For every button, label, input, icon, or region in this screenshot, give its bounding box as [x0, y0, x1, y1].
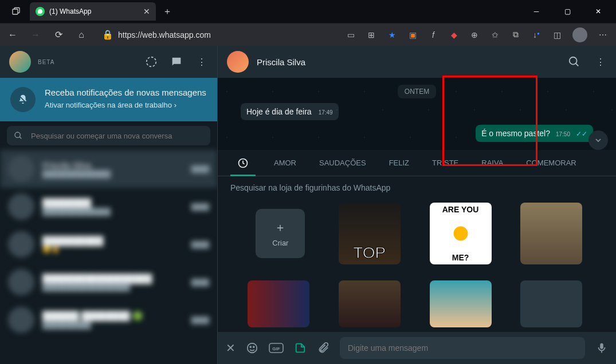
extensions-icon[interactable]: ⊕ [469, 30, 480, 40]
gif-icon[interactable]: GIF [269, 343, 284, 353]
browser-tab[interactable]: (1) WhatsApp ✕ [30, 2, 156, 21]
sticker-item[interactable] [430, 280, 492, 327]
sticker-tab[interactable]: COMEMORAR [526, 159, 576, 167]
sticker-tab[interactable]: FELIZ [389, 159, 409, 167]
svg-point-1 [147, 57, 156, 67]
sticker-category-tabs: AMOR SAUDAÇÕES FELIZ TRISTE RAIVA COMEMO… [218, 150, 616, 176]
status-icon[interactable] [145, 56, 158, 68]
downloads-icon[interactable]: ↓● [531, 30, 542, 40]
chat-list-item[interactable]: ██████████😊👋████ [0, 225, 217, 263]
favorites-icon[interactable]: ✩ [490, 30, 500, 40]
notification-title: Receba notificações de novas mensagens [45, 87, 206, 98]
window-titlebar: (1) WhatsApp ✕ ＋ ─ ▢ ✕ [0, 0, 616, 23]
recent-stickers-icon[interactable] [235, 157, 251, 169]
url-text[interactable]: https://web.whatsapp.com [118, 30, 211, 39]
tabs-button[interactable] [5, 7, 28, 16]
close-panel-icon[interactable]: ✕ [226, 341, 236, 355]
chat-header: Priscila Silva ⋮ [218, 46, 616, 78]
extension-red-icon[interactable]: ◆ [449, 30, 459, 40]
sticker-tab[interactable]: AMOR [274, 159, 296, 167]
tab-title: (1) WhatsApp [49, 7, 139, 15]
sticker-tab[interactable]: TRISTE [432, 159, 458, 167]
attach-icon[interactable] [317, 342, 329, 354]
chat-list-item[interactable]: Priscila Silva██████████████ ████ [0, 150, 217, 188]
collections-icon[interactable]: ⧉ [511, 30, 521, 40]
rss-extension-icon[interactable]: ▣ [407, 30, 418, 40]
sticker-item[interactable] [339, 280, 401, 327]
message-input[interactable] [348, 343, 577, 353]
sticker-tab[interactable]: SAUDAÇÕES [319, 159, 366, 167]
compose-bar: ✕ GIF [218, 332, 616, 364]
chat-menu-icon[interactable]: ⋮ [594, 56, 607, 68]
search-chat-icon[interactable] [568, 56, 580, 68]
forward-button[interactable]: → [28, 30, 44, 40]
sticker-placeholder[interactable] [520, 280, 582, 327]
contact-name[interactable]: Priscila Silva [257, 57, 305, 67]
url-bar: ← → ⟳ ⌂ 🔒 https://web.whatsapp.com ▭ ⊞ ★… [0, 23, 616, 46]
chat-list-item[interactable]: ██████████████████████████ [0, 188, 217, 225]
sticker-tab[interactable]: RAIVA [481, 159, 503, 167]
expand-chat-icon[interactable] [588, 130, 608, 150]
chat-list-item[interactable]: ██████ ████████ 🟢██████████████ [0, 301, 217, 339]
svg-line-6 [576, 64, 579, 66]
favorite-star-icon[interactable]: ★ [387, 30, 397, 40]
sticker-item[interactable] [520, 203, 582, 264]
user-avatar[interactable] [9, 51, 31, 73]
search-input[interactable] [31, 132, 203, 140]
sticker-item[interactable] [248, 280, 309, 327]
create-sticker-tile[interactable]: ＋ Criar [256, 209, 305, 258]
search-icon [14, 131, 23, 140]
back-button[interactable]: ← [5, 30, 21, 40]
lock-icon[interactable]: 🔒 [102, 29, 113, 40]
close-window-button[interactable]: ✕ [590, 7, 607, 15]
message-area: ONTEM Hoje é dia de feira 17:49 É o mesm… [218, 78, 616, 150]
menu-dots-icon[interactable]: ⋯ [598, 30, 608, 40]
sticker-search[interactable]: Pesquisar na loja de figurinhas do Whats… [218, 176, 616, 196]
svg-text:GIF: GIF [272, 346, 280, 351]
emoji-icon[interactable] [246, 342, 258, 354]
reload-button[interactable]: ⟳ [50, 29, 66, 40]
close-tab-icon[interactable]: ✕ [143, 7, 150, 16]
sidebar-header: BETA ⋮ [0, 46, 217, 78]
chat-sidebar: BETA ⋮ Receba notificações de novas mens… [0, 46, 218, 364]
search-box[interactable] [7, 126, 210, 145]
mic-icon[interactable] [595, 342, 608, 354]
svg-point-9 [250, 346, 251, 347]
profile-avatar[interactable] [572, 27, 587, 42]
message-input-wrapper[interactable] [340, 337, 585, 359]
minimize-button[interactable]: ─ [528, 7, 545, 15]
chat-list-item[interactable]: ████████████████████████████████████████ [0, 263, 217, 301]
notification-banner[interactable]: Receba notificações de novas mensagens A… [0, 78, 217, 121]
sticker-item[interactable]: ARE YOU ME? [430, 203, 492, 264]
extension-f-icon[interactable]: f [428, 30, 438, 40]
sticker-icon[interactable] [294, 342, 307, 354]
contact-avatar[interactable] [227, 51, 249, 73]
svg-rect-13 [600, 343, 603, 349]
svg-line-4 [19, 137, 21, 139]
notification-action[interactable]: Ativar notificações na área de trabalho … [45, 101, 176, 109]
plus-icon: ＋ [274, 220, 286, 235]
beta-badge: BETA [38, 59, 54, 65]
svg-point-5 [570, 57, 577, 65]
whatsapp-favicon [36, 7, 45, 16]
chevron-right-icon: › [174, 101, 176, 109]
grid-icon[interactable]: ⊞ [366, 30, 376, 40]
new-chat-icon[interactable] [170, 56, 183, 68]
addon-icon[interactable]: ◫ [552, 30, 562, 40]
new-tab-button[interactable]: ＋ [163, 6, 172, 18]
sticker-item[interactable]: TOP [339, 203, 401, 264]
home-button[interactable]: ⌂ [73, 30, 89, 40]
chat-list[interactable]: Priscila Silva██████████████ ████ ██████… [0, 150, 217, 364]
svg-point-3 [15, 132, 20, 137]
svg-point-8 [248, 343, 257, 353]
menu-icon[interactable]: ⋮ [195, 56, 208, 68]
svg-rect-0 [13, 9, 18, 14]
maximize-button[interactable]: ▢ [559, 7, 576, 15]
reader-icon[interactable]: ▭ [346, 30, 356, 40]
bell-off-icon [10, 87, 36, 112]
sticker-panel: AMOR SAUDAÇÕES FELIZ TRISTE RAIVA COMEMO… [218, 150, 616, 332]
svg-point-10 [253, 346, 254, 347]
